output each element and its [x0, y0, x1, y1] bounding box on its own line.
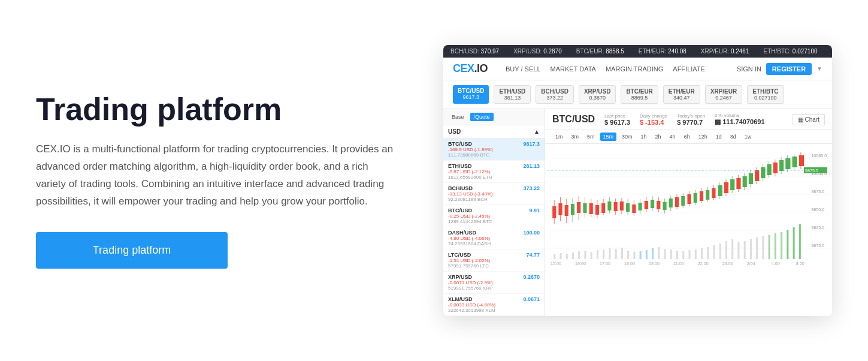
svg-rect-17 [584, 251, 586, 259]
svg-rect-106 [712, 188, 715, 198]
register-button[interactable]: REGISTER [766, 63, 812, 75]
svg-rect-70 [601, 203, 605, 213]
svg-text:9850.0: 9850.0 [811, 207, 824, 212]
pair-chip-xrpeur[interactable]: XRP/EUR 0.2467 [705, 85, 742, 104]
ob-pair-row-btcusd[interactable]: BTC/USD 9617.3 -169.9 USD (-1.89%) 111.7… [443, 139, 545, 161]
ob-pair-row-ethusd[interactable]: ETH/USD 261.13 -5.87 USD (-2.12%) 1813.6… [443, 161, 545, 183]
page-title: Trading platform [36, 92, 395, 127]
pair-chip-bchusd[interactable]: BCH/USD 373.22 [536, 85, 574, 104]
currency-select[interactable]: USD ▲ [443, 125, 545, 139]
svg-rect-25 [633, 252, 635, 259]
ob-pair-row-xrpusd[interactable]: XRP/USD 0.2670 -0.0071 USD (-2.9%) 51999… [443, 272, 545, 294]
svg-rect-56 [558, 203, 562, 215]
svg-text:9875.0: 9875.0 [811, 189, 824, 194]
pair-chip-btceur[interactable]: BTC/EUR 8869.5 [621, 85, 658, 104]
nav-margin-trading[interactable]: MARGIN TRADING [606, 65, 663, 73]
svg-rect-45 [756, 237, 758, 259]
svg-rect-48 [775, 233, 776, 259]
ob-pair-name: XLM/USD 0.0671 [448, 296, 540, 302]
svg-text:21:00: 21:00 [673, 261, 684, 266]
svg-text:10685.0: 10685.0 [811, 154, 827, 158]
svg-rect-12 [554, 254, 555, 259]
time-btn-5m[interactable]: 5m [584, 133, 598, 141]
chart-type-button[interactable]: ▦ Chart [793, 114, 825, 125]
pair-chip-btcusd[interactable]: BTC/USD 9617.3 [453, 85, 489, 104]
ob-pair-row-btgusd[interactable]: BTC/USD 9.91 -0.25 USD (-2.45%) 1289.414… [443, 205, 545, 227]
ob-pair-vol: 1289.41442394 BTC [448, 219, 540, 224]
svg-rect-104 [706, 190, 709, 200]
nav-affiliate[interactable]: AFFILIATE [673, 65, 705, 73]
svg-rect-72 [607, 201, 611, 210]
dropdown-arrow[interactable]: ▼ [816, 65, 822, 72]
svg-rect-22 [615, 249, 617, 259]
time-btn-2h[interactable]: 2h [652, 133, 664, 141]
chart-last-price: Last price $ 9617.3 [604, 113, 630, 126]
ob-tab-quote[interactable]: /Quote [470, 113, 494, 121]
svg-rect-33 [682, 251, 684, 259]
ob-pair-row-bchusd[interactable]: BCH/USD 373.22 -13.13 USD (-3.40%) 92.23… [443, 183, 545, 205]
svg-text:15:00: 15:00 [551, 261, 561, 266]
svg-rect-96 [681, 196, 685, 206]
svg-rect-50 [787, 230, 788, 259]
svg-rect-116 [743, 176, 747, 187]
left-panel: Trading platform CEX.IO is a multi-funct… [36, 92, 395, 269]
svg-rect-27 [646, 250, 648, 259]
time-btn-6h[interactable]: 6h [681, 133, 693, 141]
svg-rect-112 [730, 179, 734, 190]
svg-rect-126 [773, 163, 778, 173]
svg-text:16:00: 16:00 [575, 261, 586, 266]
svg-rect-86 [651, 200, 654, 208]
ob-pair-row-dashusd[interactable]: DASH/USD 100.00 -4.90 USD (-4.06%) 74.23… [443, 227, 545, 249]
trading-platform-button[interactable]: Trading platform [36, 232, 228, 269]
time-btn-3m[interactable]: 3m [568, 133, 582, 141]
svg-rect-128 [779, 160, 784, 171]
chart-today-open: Today's open $ 9770.7 [677, 113, 705, 126]
svg-rect-16 [578, 251, 580, 259]
svg-rect-62 [577, 202, 580, 213]
time-btn-3d[interactable]: 3d [727, 133, 739, 141]
chart-pair-title: BTC/USD [552, 114, 595, 125]
time-btn-1w[interactable]: 1w [742, 133, 755, 141]
nav-buy-sell[interactable]: BUY / SELL [506, 65, 541, 73]
ob-pair-change: -5.87 USD (-2.12%) [448, 169, 540, 175]
svg-text:8:20: 8:20 [796, 261, 805, 266]
svg-rect-130 [785, 158, 790, 169]
pair-chip-ethbtc[interactable]: ETH/BTC 0.027100 [747, 85, 784, 104]
ob-pair-name: BTC/USD 9617.3 [448, 141, 540, 147]
svg-rect-102 [700, 191, 703, 201]
ob-pair-change: -13.13 USD (-3.40%) [448, 191, 540, 197]
time-btn-30m[interactable]: 30m [619, 133, 636, 141]
ob-pair-vol: 1813.65582600 ETH [448, 175, 540, 180]
svg-text:17:00: 17:00 [600, 261, 610, 266]
svg-rect-98 [687, 194, 691, 204]
nav-market-data[interactable]: MARKET DATA [551, 65, 596, 73]
currency-label: USD [448, 128, 461, 135]
ob-pair-name: DASH/USD 100.00 [448, 230, 540, 236]
svg-rect-100 [694, 193, 697, 203]
svg-rect-120 [755, 170, 759, 181]
signin-link[interactable]: SIGN IN [737, 65, 761, 73]
svg-rect-29 [658, 247, 660, 259]
time-btn-1h[interactable]: 1h [638, 133, 650, 141]
ticker-bar: BCH/USD: 370.97 XRP/USD: 0.2870 BTC/EUR:… [443, 45, 832, 58]
chart-area: BTC/USD Last price $ 9617.3 Daily change… [545, 109, 832, 316]
time-btn-1m[interactable]: 1m [552, 133, 566, 141]
svg-rect-124 [767, 164, 772, 175]
time-btn-12h[interactable]: 12h [695, 133, 710, 141]
pair-chip-etheur[interactable]: ETH/EUR 340.47 [663, 85, 700, 104]
ob-pair-row-ltcusd[interactable]: LTC/USD 74.77 -1.54 USD (-2.02%) 57991.7… [443, 249, 545, 272]
svg-rect-84 [645, 201, 648, 209]
time-btn-1d[interactable]: 1d [713, 133, 725, 141]
time-btn-4h[interactable]: 4h [667, 133, 679, 141]
svg-rect-54 [552, 206, 556, 218]
svg-rect-41 [731, 239, 733, 259]
pair-chip-ethusd[interactable]: ETH/USD 361.13 [494, 85, 531, 104]
ob-tab-base[interactable]: Base [448, 113, 468, 121]
svg-rect-92 [669, 198, 673, 207]
platform-mockup: BCH/USD: 370.97 XRP/USD: 0.2870 BTC/EUR:… [443, 45, 832, 316]
ob-pair-name: LTC/USD 74.77 [448, 252, 540, 258]
pair-chip-xrpusd[interactable]: XRP/USD 0.3670 [579, 85, 616, 104]
svg-text:23:00: 23:00 [722, 261, 733, 266]
ob-pair-row-xlmusd[interactable]: XLM/USD 0.0671 -0.0033 USD (-4.68%) 3226… [443, 294, 545, 316]
time-btn-15m[interactable]: 15m [600, 133, 617, 141]
